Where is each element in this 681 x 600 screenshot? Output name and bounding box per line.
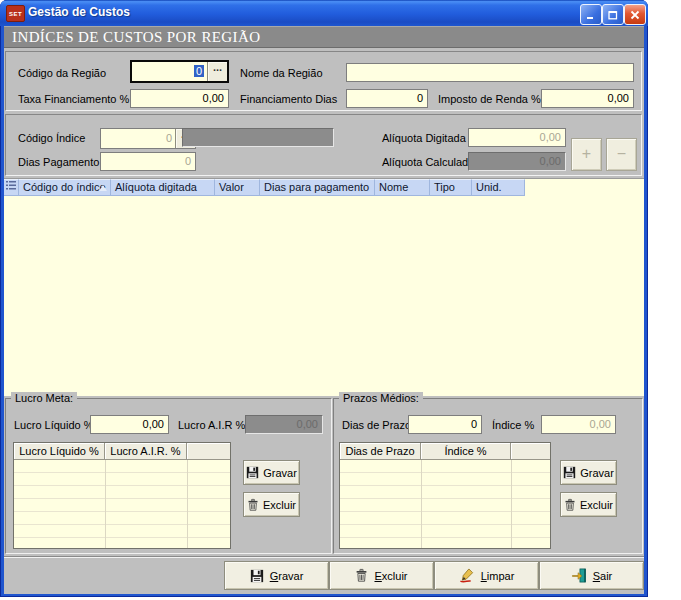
window-title: Gestão de Custos bbox=[28, 5, 130, 19]
grid-header-unid[interactable]: Unid. bbox=[472, 179, 525, 196]
column-divider bbox=[105, 460, 106, 548]
add-indice-button[interactable]: + bbox=[571, 138, 602, 171]
minimize-button[interactable] bbox=[580, 4, 602, 25]
button-label: Limpar bbox=[481, 570, 515, 582]
eraser-pencil-icon bbox=[459, 568, 475, 583]
button-label: Excluir bbox=[374, 570, 407, 582]
aliquota-digitada-input[interactable]: 0,00 bbox=[468, 128, 566, 147]
aliquota-digitada-label: Alíquota Digitada bbox=[382, 132, 466, 144]
maximize-button[interactable] bbox=[602, 4, 624, 25]
desktop: SET Gestão de Custos INDÍCES DE CUSTOS P… bbox=[0, 0, 681, 600]
grid-header-dias-pagamento[interactable]: Dias para pagamento bbox=[260, 179, 375, 196]
lucro-liquido-column-header[interactable]: Lucro Líquido % bbox=[14, 443, 105, 459]
taxa-financiamento-input[interactable]: 0,00 bbox=[130, 89, 229, 108]
dias-pagamento-label: Dias Pagamento bbox=[18, 156, 99, 168]
selected-value: 0 bbox=[194, 65, 204, 77]
lucro-liquido-label: Lucro Líquido % bbox=[14, 419, 94, 431]
indice-column-header[interactable]: Índice % bbox=[421, 443, 511, 459]
prazos-medios-table-body[interactable] bbox=[340, 460, 550, 548]
codigo-regiao-combo: 0 ... bbox=[130, 60, 229, 83]
codigo-indice-input[interactable]: 0 bbox=[101, 129, 175, 148]
save-icon bbox=[246, 466, 259, 479]
app-window: SET Gestão de Custos INDÍCES DE CUSTOS P… bbox=[0, 0, 648, 597]
lucro-meta-table-header: Lucro Líquido % Lucro A.I.R. % bbox=[14, 443, 230, 460]
codigo-regiao-input[interactable]: 0 bbox=[132, 62, 207, 81]
exit-door-icon bbox=[571, 568, 587, 583]
grid-corner-cell[interactable] bbox=[4, 179, 19, 196]
button-label: Gravar bbox=[263, 467, 297, 479]
aliquota-calculada-label: Alíquota Calculada bbox=[382, 156, 474, 168]
save-icon bbox=[250, 569, 264, 583]
column-divider bbox=[511, 460, 512, 548]
grid-header-aliquota-digitada[interactable]: Alíquota digitada bbox=[111, 179, 215, 196]
dias-prazo-input[interactable]: 0 bbox=[408, 415, 482, 434]
empty-column-header bbox=[511, 443, 550, 459]
grid-header-valor[interactable]: Valor bbox=[215, 179, 260, 196]
imposto-renda-input[interactable]: 0,00 bbox=[541, 89, 634, 108]
grid-header-nome[interactable]: Nome bbox=[375, 179, 430, 196]
prazos-gravar-button[interactable]: Gravar bbox=[560, 460, 617, 485]
button-label: Gravar bbox=[270, 570, 304, 582]
trash-icon bbox=[564, 498, 576, 512]
grid-header-tipo[interactable]: Tipo bbox=[430, 179, 472, 196]
page-title: INDÍCES DE CUSTOS POR REGIÃO bbox=[4, 26, 644, 48]
lucro-excluir-button[interactable]: Excluir bbox=[243, 492, 300, 517]
lucro-meta-table[interactable]: Lucro Líquido % Lucro A.I.R. % bbox=[13, 442, 231, 549]
indice-descricao-field bbox=[182, 128, 334, 147]
prazos-excluir-button[interactable]: Excluir bbox=[560, 492, 617, 517]
column-divider bbox=[421, 460, 422, 548]
prazos-medios-table[interactable]: Dias de Prazo Índice % bbox=[339, 442, 551, 549]
codigo-indice-label: Código Índice bbox=[18, 132, 85, 144]
nome-regiao-label: Nome da Região bbox=[240, 67, 323, 79]
footer-bar: Gravar Excluir Limpar bbox=[4, 556, 644, 594]
lucro-liquido-input[interactable]: 0,00 bbox=[90, 415, 169, 434]
lucro-meta-table-body[interactable] bbox=[14, 460, 230, 548]
client-area: INDÍCES DE CUSTOS POR REGIÃO Código da R… bbox=[4, 26, 644, 593]
taxa-financiamento-label: Taxa Financiamento % bbox=[18, 93, 129, 105]
maximize-icon bbox=[608, 10, 618, 20]
sair-button[interactable]: Sair bbox=[539, 561, 644, 590]
limpar-button[interactable]: Limpar bbox=[434, 561, 539, 590]
button-label: Gravar bbox=[580, 467, 614, 479]
trash-icon bbox=[355, 568, 368, 583]
dias-pagamento-input[interactable]: 0 bbox=[100, 152, 196, 171]
title-bar[interactable]: SET Gestão de Custos bbox=[0, 0, 648, 26]
lucro-meta-group: Lucro Meta: Lucro Líquido % 0,00 Lucro A… bbox=[5, 398, 332, 554]
financiamento-dias-input[interactable]: 0 bbox=[346, 89, 428, 108]
excluir-button[interactable]: Excluir bbox=[329, 561, 434, 590]
save-icon bbox=[563, 466, 576, 479]
lucro-meta-title: Lucro Meta: bbox=[11, 392, 77, 404]
lucro-gravar-button[interactable]: Gravar bbox=[243, 460, 300, 485]
financiamento-dias-label: Financiamento Dias bbox=[240, 93, 337, 105]
aliquota-calculada-field: 0,00 bbox=[468, 152, 566, 171]
column-divider bbox=[187, 460, 188, 548]
column-label: Código do índice bbox=[23, 181, 106, 193]
close-icon bbox=[630, 10, 640, 20]
prazos-medios-table-header: Dias de Prazo Índice % bbox=[340, 443, 550, 460]
indice-pct-input[interactable]: 0,00 bbox=[541, 415, 616, 434]
indice-panel: Código Índice 0 ... Alíquota Digitada 0,… bbox=[5, 114, 642, 176]
trash-icon bbox=[247, 498, 259, 512]
prazos-medios-group: Prazos Médios: Dias de Prazo 0 Índice % … bbox=[333, 398, 643, 554]
gravar-button[interactable]: Gravar bbox=[224, 561, 329, 590]
sort-ascending-icon bbox=[99, 185, 107, 191]
lucro-air-field: 0,00 bbox=[245, 415, 323, 434]
grid-header-codigo-indice[interactable]: Código do índice bbox=[19, 179, 111, 196]
minimize-icon bbox=[586, 10, 596, 20]
prazos-medios-title: Prazos Médios: bbox=[339, 392, 423, 404]
indice-pct-label: Índice % bbox=[492, 419, 534, 431]
imposto-renda-label: Imposto de Renda % bbox=[438, 93, 541, 105]
remove-indice-button[interactable]: − bbox=[606, 138, 637, 171]
codigo-regiao-browse-button[interactable]: ... bbox=[207, 62, 227, 81]
lucro-air-column-header[interactable]: Lucro A.I.R. % bbox=[105, 443, 187, 459]
lucro-air-label: Lucro A.I.R % bbox=[178, 419, 245, 431]
indices-grid[interactable]: Código do índice Alíquota digitada Valor… bbox=[4, 178, 644, 396]
close-button[interactable] bbox=[624, 4, 646, 25]
nome-regiao-input[interactable] bbox=[346, 63, 634, 82]
button-label: Excluir bbox=[580, 499, 613, 511]
codigo-regiao-label: Código da Região bbox=[18, 67, 106, 79]
region-panel: Código da Região 0 ... Nome da Região Ta… bbox=[5, 51, 642, 111]
empty-column-header bbox=[187, 443, 230, 459]
dias-prazo-label: Dias de Prazo bbox=[342, 419, 411, 431]
dias-prazo-column-header[interactable]: Dias de Prazo bbox=[340, 443, 421, 459]
